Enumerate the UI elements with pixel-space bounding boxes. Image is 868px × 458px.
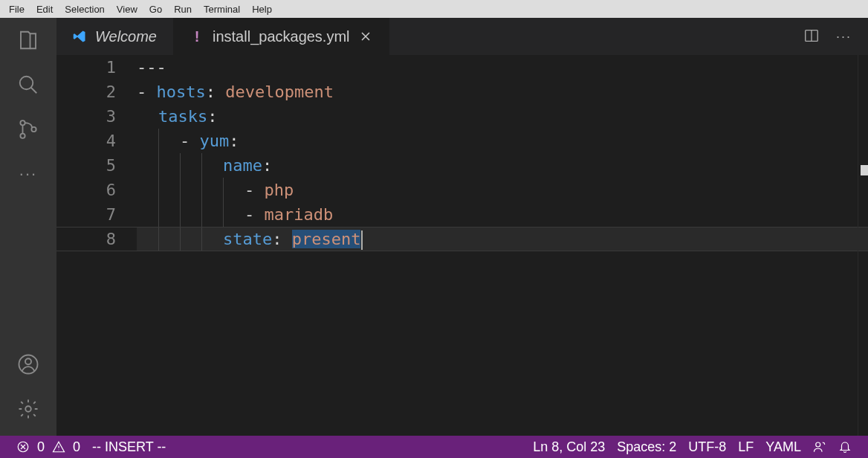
source-control-icon[interactable] [16, 117, 40, 141]
menu-view[interactable]: View [111, 2, 143, 16]
status-vim-mode: -- INSERT -- [86, 439, 172, 455]
close-icon[interactable] [359, 30, 372, 43]
menu-terminal[interactable]: Terminal [198, 2, 246, 16]
status-errors-count: 0 [37, 439, 45, 455]
line-number: 2 [56, 80, 116, 104]
split-editor-icon[interactable] [803, 28, 820, 46]
line-number-gutter: 12345678 [56, 55, 137, 436]
activity-overflow-icon[interactable]: ··· [19, 162, 37, 186]
svg-point-6 [25, 406, 31, 412]
status-bar: 0 0 -- INSERT -- Ln 8, Col 23 Spaces: 2 … [0, 436, 868, 458]
status-problems[interactable]: 0 0 [10, 439, 86, 455]
tab-actions: ··· [787, 18, 868, 55]
tab-label: install_packages.yml [213, 28, 350, 45]
status-indentation[interactable]: Spaces: 2 [611, 439, 682, 455]
line-number: 8 [56, 227, 116, 251]
svg-point-5 [25, 358, 31, 364]
workarea: ··· Welcome ! install_packages.yml [0, 18, 868, 436]
line-number: 7 [56, 202, 116, 227]
status-warnings-count: 0 [73, 439, 80, 455]
status-feedback-icon[interactable] [807, 440, 832, 454]
overview-ruler[interactable] [858, 55, 868, 436]
svg-point-3 [31, 127, 36, 132]
svg-point-2 [20, 134, 25, 138]
svg-point-9 [816, 442, 820, 447]
status-bell-icon[interactable] [832, 440, 858, 454]
status-encoding[interactable]: UTF-8 [682, 439, 732, 455]
search-icon[interactable] [16, 73, 40, 97]
editor-group: Welcome ! install_packages.yml ··· 12345… [56, 18, 868, 436]
vscode-logo-icon [73, 30, 86, 43]
code-content[interactable]: ---- hosts: developmenttasks:- yum:name:… [137, 55, 868, 436]
tab-bar: Welcome ! install_packages.yml ··· [56, 18, 868, 55]
accounts-icon[interactable] [16, 352, 40, 376]
code-editor[interactable]: 12345678 ---- hosts: developmenttasks:- … [56, 55, 868, 436]
app-menubar: FileEditSelectionViewGoRunTerminalHelp [0, 0, 868, 18]
tab-welcome[interactable]: Welcome [56, 18, 174, 55]
code-line[interactable]: name: [137, 153, 868, 178]
line-number: 1 [56, 55, 116, 80]
svg-point-0 [20, 77, 33, 90]
code-line[interactable]: state: present [137, 227, 868, 251]
code-line[interactable]: - hosts: development [137, 80, 868, 104]
menu-go[interactable]: Go [143, 2, 168, 16]
line-number: 6 [56, 178, 116, 202]
status-cursor-position[interactable]: Ln 8, Col 23 [527, 439, 611, 455]
code-line[interactable]: tasks: [137, 104, 868, 129]
status-eol[interactable]: LF [732, 439, 760, 455]
code-line[interactable]: - yum: [137, 129, 868, 153]
activity-bar: ··· [0, 18, 56, 436]
explorer-icon[interactable] [16, 28, 40, 52]
menu-selection[interactable]: Selection [59, 2, 110, 16]
menu-file[interactable]: File [3, 2, 30, 16]
tab-label: Welcome [95, 28, 157, 45]
menu-edit[interactable]: Edit [30, 2, 59, 16]
line-number: 3 [56, 104, 116, 129]
menu-run[interactable]: Run [168, 2, 198, 16]
code-line[interactable]: --- [137, 55, 868, 80]
more-actions-icon[interactable]: ··· [836, 29, 852, 45]
svg-point-1 [20, 120, 25, 125]
menu-help[interactable]: Help [246, 2, 278, 16]
code-line[interactable]: - mariadb [137, 202, 868, 227]
line-number: 4 [56, 129, 116, 153]
code-line[interactable]: - php [137, 178, 868, 202]
scroll-thumb[interactable] [861, 165, 868, 175]
tab-install-packages[interactable]: ! install_packages.yml [174, 18, 389, 55]
yaml-file-icon: ! [190, 30, 204, 43]
status-language-mode[interactable]: YAML [760, 439, 807, 455]
settings-gear-icon[interactable] [16, 397, 40, 421]
text-cursor [361, 230, 363, 250]
line-number: 5 [56, 153, 116, 178]
